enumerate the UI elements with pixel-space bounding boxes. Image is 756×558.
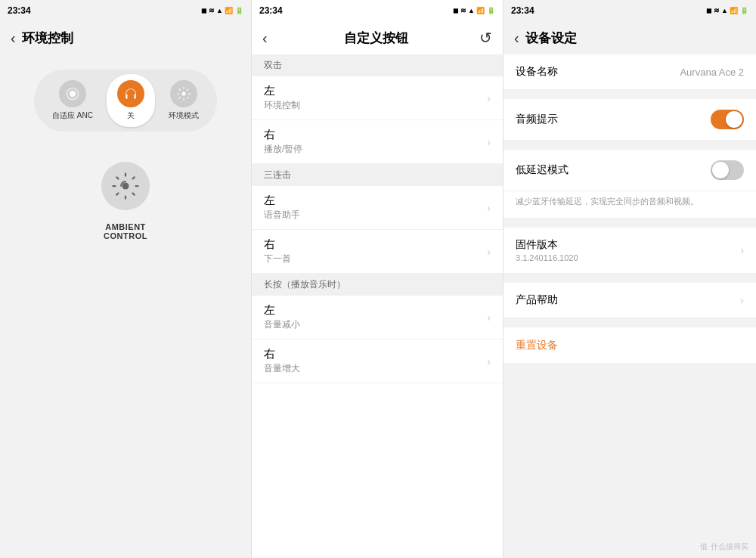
item-longpress-right-sub: 音量增大 <box>264 362 300 375</box>
low-latency-note: 减少蓝牙传输延迟，实现完全同步的音频和视频。 <box>503 191 756 219</box>
settings-row-audio-prompt: 音频提示 <box>503 99 756 141</box>
watermark: 值 什么值得买 <box>700 541 748 552</box>
section-header-double-tap: 双击 <box>252 54 503 76</box>
anc-btn-adaptive[interactable]: 自适应 ANC <box>42 74 104 127</box>
panel-ambient-control: 23:34 ◼ ≋ ▲ 📶 🔋 ‹ 环境控制 自适应 ANC <box>0 0 252 558</box>
status-icons-2: ◼ ≋ ▲ 📶 🔋 <box>453 7 495 14</box>
item-triple-left-main: 左 <box>264 194 300 208</box>
anc-btn-off[interactable]: 关 <box>107 74 155 127</box>
item-longpress-left-main: 左 <box>264 303 300 318</box>
panel-device-settings: 23:34 ◼ ≋ ▲ 📶 🔋 ‹ 设备设定 设备名称 Aurvana Ace … <box>503 0 756 558</box>
watermark-icon: 值 <box>700 541 708 552</box>
firmware-chevron-icon: › <box>740 244 744 256</box>
watermark-text: 什么值得买 <box>711 541 748 552</box>
page-title-1: 环境控制 <box>22 29 240 47</box>
status-icons-1: ◼ ≋ ▲ 📶 🔋 <box>201 7 243 14</box>
list-item-double-left[interactable]: 左 环境控制 › <box>252 76 503 120</box>
chevron-icon: › <box>487 92 491 104</box>
settings-row-device-name: 设备名称 Aurvana Ace 2 <box>503 54 756 90</box>
status-time-2: 23:34 <box>259 5 283 16</box>
settings-row-product-help[interactable]: 产品帮助 › <box>503 283 756 318</box>
item-triple-right-sub: 下一首 <box>264 253 291 265</box>
page-title-2: 自定义按钮 <box>274 29 479 47</box>
anc-btn-ambient[interactable]: 环境模式 <box>158 74 209 127</box>
item-double-left-main: 左 <box>264 84 300 98</box>
page-title-3: 设备设定 <box>525 29 745 47</box>
svg-point-1 <box>181 92 185 96</box>
list-item-triple-right[interactable]: 右 下一首 › <box>252 230 503 274</box>
status-bar-3: 23:34 ◼ ≋ ▲ 📶 🔋 <box>503 0 756 21</box>
firmware-version: 3.1.240116.1020 <box>516 253 578 262</box>
anc-adaptive-icon <box>59 80 86 107</box>
anc-button-group: 自适应 ANC 关 环境模式 <box>34 70 217 132</box>
list-item-double-right[interactable]: 右 播放/暂停 › <box>252 120 503 164</box>
panel-custom-buttons: 23:34 ◼ ≋ ▲ 📶 🔋 ‹ 自定义按钮 ↺ 双击 左 环境控制 › 右 … <box>252 0 503 558</box>
audio-prompt-label: 音频提示 <box>516 113 558 126</box>
nav-bar-1: ‹ 环境控制 <box>0 21 251 54</box>
settings-row-firmware[interactable]: 固件版本 3.1.240116.1020 › <box>503 228 756 274</box>
item-triple-left-sub: 语音助手 <box>264 209 300 222</box>
battery-icon-3: ◼ ≋ ▲ 📶 🔋 <box>706 7 748 14</box>
ambient-control-label: AMBIENTCONTROL <box>104 222 147 240</box>
chevron-icon: › <box>487 246 491 258</box>
anc-off-icon <box>117 80 144 107</box>
battery-icon-2: ◼ ≋ ▲ 📶 🔋 <box>453 7 495 14</box>
list-item-triple-left[interactable]: 左 语音助手 › <box>252 186 503 230</box>
anc-ambient-label: 环境模式 <box>169 110 199 121</box>
anc-controls: 自适应 ANC 关 环境模式 <box>0 54 251 256</box>
chevron-icon: › <box>487 312 491 324</box>
status-time-1: 23:34 <box>8 5 31 16</box>
item-triple-right-main: 右 <box>264 237 291 252</box>
low-latency-toggle[interactable] <box>711 160 744 180</box>
status-bar-1: 23:34 ◼ ≋ ▲ 📶 🔋 <box>0 0 251 21</box>
reset-icon-button[interactable]: ↺ <box>479 29 492 47</box>
anc-ambient-icon <box>170 80 197 107</box>
product-help-chevron-icon: › <box>740 294 744 306</box>
settings-row-reset[interactable]: 重置设备 <box>503 327 756 363</box>
low-latency-label: 低延迟模式 <box>516 163 569 177</box>
section-header-triple-tap: 三连击 <box>252 164 503 186</box>
audio-prompt-toggle[interactable] <box>711 110 744 129</box>
status-time-3: 23:34 <box>511 5 534 16</box>
back-button-1[interactable]: ‹ <box>11 29 16 47</box>
device-name-label: 设备名称 <box>516 65 558 79</box>
firmware-label: 固件版本 <box>516 238 578 252</box>
back-button-2[interactable]: ‹ <box>262 29 268 47</box>
chevron-icon: › <box>487 202 491 214</box>
item-double-right-sub: 播放/暂停 <box>264 143 302 156</box>
anc-off-label: 关 <box>127 110 135 121</box>
ambient-icon-large <box>101 162 150 210</box>
anc-adaptive-label: 自适应 ANC <box>52 110 93 121</box>
chevron-icon: › <box>487 355 491 367</box>
item-longpress-right-main: 右 <box>264 347 300 361</box>
back-button-3[interactable]: ‹ <box>514 29 519 47</box>
svg-point-2 <box>122 183 129 190</box>
nav-bar-2: ‹ 自定义按钮 ↺ <box>252 21 503 54</box>
list-item-longpress-right[interactable]: 右 音量增大 › <box>252 339 503 383</box>
reset-label: 重置设备 <box>516 339 558 351</box>
status-bar-2: 23:34 ◼ ≋ ▲ 📶 🔋 <box>252 0 503 21</box>
device-name-value: Aurvana Ace 2 <box>680 67 744 78</box>
chevron-icon: › <box>487 136 491 148</box>
nav-bar-3: ‹ 设备设定 <box>503 21 756 54</box>
list-item-longpress-left[interactable]: 左 音量减小 › <box>252 296 503 339</box>
item-double-right-main: 右 <box>264 128 302 142</box>
item-double-left-sub: 环境控制 <box>264 99 300 112</box>
item-longpress-left-sub: 音量减小 <box>264 318 300 331</box>
status-icons-3: ◼ ≋ ▲ 📶 🔋 <box>706 7 748 14</box>
section-header-long-press: 长按（播放音乐时） <box>252 274 503 296</box>
svg-point-0 <box>70 91 76 97</box>
product-help-label: 产品帮助 <box>516 293 558 307</box>
settings-row-low-latency: 低延迟模式 <box>503 150 756 191</box>
battery-icon-1: ◼ ≋ ▲ 📶 🔋 <box>201 7 243 14</box>
